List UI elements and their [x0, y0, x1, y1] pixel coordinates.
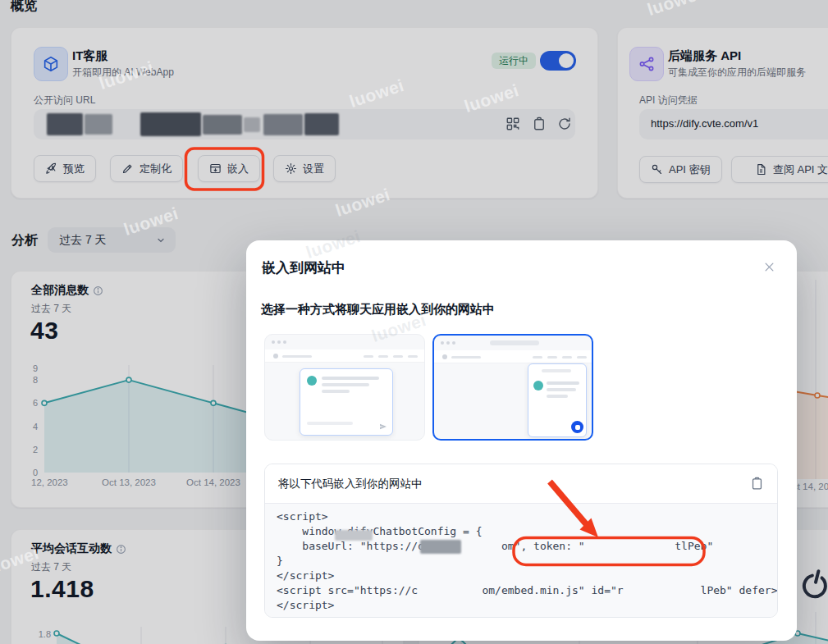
close-icon[interactable] — [763, 261, 775, 273]
chat-bubble-fab — [571, 421, 583, 433]
code-line: } — [277, 554, 766, 569]
embed-option-bubble[interactable] — [432, 334, 593, 441]
code-line: <script src="https://c om/embed.min.js" … — [277, 583, 766, 598]
power-icon — [798, 566, 828, 610]
code-redaction — [420, 540, 461, 554]
code-redaction — [335, 530, 373, 541]
copy-code-icon[interactable] — [750, 477, 764, 491]
code-line: </script> — [277, 569, 766, 583]
embed-code[interactable]: <script> window.difyChatbotConfig = { ba… — [265, 504, 777, 618]
embed-code-panel: 将以下代码嵌入到你的网站中 <script> window.difyChatbo… — [264, 464, 778, 618]
embed-modal-subtitle: 选择一种方式将聊天应用嵌入到你的网站中 — [261, 302, 495, 317]
code-line: <script> — [277, 509, 766, 524]
embed-modal: 嵌入到网站中 选择一种方式将聊天应用嵌入到你的网站中 — [246, 240, 797, 641]
embed-option-iframe[interactable] — [264, 334, 425, 441]
code-line: baseUrl: "https://d om", token: " tlPeb" — [277, 539, 766, 554]
code-line: </script> — [277, 598, 766, 613]
send-icon — [379, 423, 387, 430]
embed-modal-title: 嵌入到网站中 — [262, 258, 345, 277]
mini-chat-window — [300, 368, 393, 436]
code-panel-title: 将以下代码嵌入到你的网站中 — [278, 477, 423, 491]
